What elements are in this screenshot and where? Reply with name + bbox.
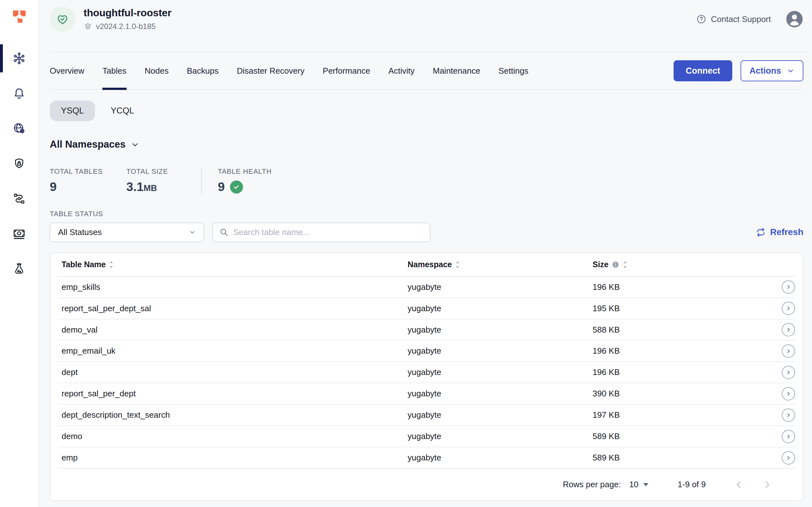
row-expand-button[interactable] [782, 366, 795, 379]
tabbar-actions: Connect Actions [673, 60, 803, 81]
table-row[interactable]: report_sal_per_dept yugabyte 390 KB [58, 383, 795, 405]
row-expand-button[interactable] [782, 323, 795, 336]
sidebar [0, 0, 39, 507]
row-expand-button[interactable] [782, 302, 795, 315]
tab-overview[interactable]: Overview [50, 52, 84, 89]
version-label: v2024.2.1.0-b185 [96, 22, 156, 31]
stat-table-health: TABLE HEALTH 9 [218, 167, 272, 194]
sort-icon[interactable] [109, 261, 114, 269]
cluster-tabs: Overview Tables Nodes Backups Disaster R… [50, 52, 529, 89]
controls-row: All Statuses Refresh [50, 223, 803, 242]
connect-button[interactable]: Connect [673, 60, 732, 81]
sidebar-item-labs[interactable] [0, 251, 38, 286]
stat-table-health-value: 9 [218, 179, 272, 194]
pagination-next-button[interactable] [762, 479, 773, 490]
row-expand-button[interactable] [782, 451, 795, 465]
cell-namespace: yugabyte [408, 303, 593, 314]
column-header-table-name[interactable]: Table Name [58, 260, 408, 269]
column-header-namespace-label: Namespace [408, 260, 452, 269]
sort-icon[interactable] [622, 261, 628, 269]
stat-total-tables: TOTAL TABLES 9 [50, 167, 126, 194]
table-row[interactable]: demo_val yugabyte 588 KB [58, 320, 795, 341]
chevron-right-icon [785, 433, 792, 440]
sort-icon[interactable] [455, 261, 460, 269]
refresh-icon [756, 227, 766, 237]
bell-icon [12, 87, 26, 100]
avatar-icon [786, 10, 803, 28]
tab-performance[interactable]: Performance [323, 52, 370, 89]
table-header-row: Table Name Namespace Size [58, 253, 795, 277]
column-header-namespace[interactable]: Namespace [408, 260, 593, 269]
tab-disaster-recovery[interactable]: Disaster Recovery [237, 52, 304, 89]
sidebar-item-security[interactable] [0, 146, 38, 181]
table-row[interactable]: dept yugabyte 196 KB [58, 362, 795, 383]
chevron-down-icon [189, 229, 196, 236]
cluster-tabbar: Overview Tables Nodes Backups Disaster R… [50, 52, 803, 90]
sidebar-item-network-settings[interactable] [0, 111, 38, 146]
tab-settings[interactable]: Settings [498, 52, 529, 89]
flow-icon [12, 192, 26, 205]
contact-support-link[interactable]: Contact Support [696, 14, 771, 24]
row-expand-button[interactable] [782, 408, 795, 422]
table-row[interactable]: demo yugabyte 589 KB [58, 426, 795, 447]
table-row[interactable]: emp yugabyte 589 KB [58, 447, 795, 469]
api-tab-ysql[interactable]: YSQL [50, 101, 95, 121]
chevron-right-icon [785, 390, 792, 397]
search-input[interactable] [233, 227, 423, 237]
cell-table-name: demo [58, 432, 408, 441]
layers-icon [84, 22, 92, 31]
status-select-value: All Statuses [58, 227, 102, 237]
sidebar-item-integrations[interactable] [0, 181, 38, 216]
cell-namespace: yugabyte [408, 367, 593, 377]
cell-table-name: demo_val [58, 325, 408, 335]
tables-card: Table Name Namespace Size [50, 252, 803, 501]
cell-table-name: report_sal_per_dept_sal [58, 303, 408, 314]
stat-total-size: TOTAL SIZE 3.1MB [126, 167, 201, 194]
user-avatar[interactable] [786, 10, 803, 28]
row-expand-button[interactable] [782, 344, 795, 358]
chevron-right-icon [785, 326, 792, 333]
status-select[interactable]: All Statuses [50, 223, 204, 242]
namespace-dropdown[interactable]: All Namespaces [50, 139, 140, 150]
chevron-right-icon [762, 479, 773, 490]
version-row: v2024.2.1.0-b185 [84, 22, 171, 31]
table-status-label: TABLE STATUS [50, 210, 803, 218]
tab-nodes[interactable]: Nodes [145, 52, 169, 89]
money-icon [12, 227, 26, 240]
api-toggle: YSQL YCQL [50, 101, 803, 121]
pagination-prev-button[interactable] [733, 479, 744, 490]
cell-size: 390 KB [593, 389, 775, 399]
table-row[interactable]: dept_description_text_search yugabyte 19… [58, 405, 795, 426]
cluster-title-block: thoughtful-rooster v2024.2.1.0-b185 [84, 6, 171, 31]
search-icon [219, 227, 229, 237]
stat-total-size-value: 3.1MB [126, 179, 201, 194]
cell-table-name: dept_description_text_search [58, 410, 408, 420]
table-row[interactable]: report_sal_per_dept_sal yugabyte 195 KB [58, 298, 795, 320]
row-expand-button[interactable] [782, 280, 795, 294]
cluster-header: thoughtful-rooster v2024.2.1.0-b185 Cont… [39, 0, 812, 52]
cell-namespace: yugabyte [408, 432, 593, 441]
column-header-size[interactable]: Size [593, 260, 775, 269]
table-row[interactable]: emp_skills yugabyte 196 KB [58, 277, 795, 298]
refresh-button[interactable]: Refresh [756, 227, 803, 237]
sidebar-item-billing[interactable] [0, 216, 38, 251]
tab-tables[interactable]: Tables [102, 52, 126, 89]
info-icon[interactable] [612, 261, 619, 269]
table-row[interactable]: emp_email_uk yugabyte 196 KB [58, 341, 795, 362]
column-header-size-label: Size [593, 260, 608, 269]
tab-backups[interactable]: Backups [187, 52, 219, 89]
yugabyte-logo[interactable] [10, 8, 28, 25]
actions-button[interactable]: Actions [741, 60, 803, 81]
sidebar-item-alerts[interactable] [0, 76, 38, 111]
row-expand-button[interactable] [782, 430, 795, 443]
chevron-left-icon [733, 479, 744, 490]
sidebar-item-clusters[interactable] [0, 41, 38, 76]
tab-activity[interactable]: Activity [388, 52, 415, 89]
tab-maintenance[interactable]: Maintenance [433, 52, 480, 89]
pagination-range: 1-9 of 9 [678, 480, 706, 490]
rows-per-page-select[interactable]: 10 [629, 480, 648, 490]
stats-divider [201, 167, 202, 194]
row-expand-button[interactable] [782, 387, 795, 400]
clusters-icon [12, 52, 26, 65]
api-tab-ycql[interactable]: YCQL [100, 101, 146, 121]
